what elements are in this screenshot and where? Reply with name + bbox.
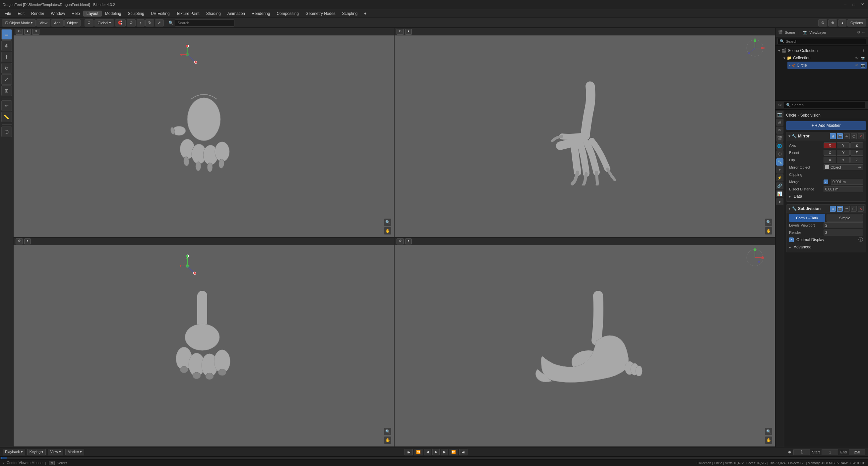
mirror-axis-z[interactable]: Z (850, 142, 863, 148)
zoom-icon-bl[interactable]: 🔍 (384, 428, 391, 435)
subdiv-cage-icon[interactable]: ⬡ (851, 206, 857, 212)
mirror-cage-icon[interactable]: ⬡ (851, 133, 857, 139)
prop-tab-constraints[interactable]: 🔗 (776, 182, 783, 190)
menu-file[interactable]: File (1, 10, 14, 16)
properties-search[interactable] (792, 103, 863, 107)
menu-edit[interactable]: Edit (14, 10, 28, 16)
mirror-object-value[interactable]: Object ✏ (824, 164, 863, 170)
viewport-shading-br[interactable]: ● (405, 238, 412, 244)
mirror-bisect-dist-value[interactable]: 0.001 m (824, 186, 863, 192)
prop-tab-material[interactable]: ● (776, 198, 783, 205)
maximize-button[interactable]: □ (851, 2, 857, 8)
gizmo-toggle[interactable]: ⊕ (828, 19, 837, 27)
prev-frame-btn[interactable]: ◀ (424, 449, 431, 456)
mirror-modifier-header[interactable]: ▾ 🔧 Mirror 🖥 🎬 ✏ ⬡ ✕ (786, 132, 866, 140)
menu-layout[interactable]: Layout (83, 10, 102, 16)
prop-tab-modifier[interactable]: 🔧 (776, 158, 783, 166)
mirror-axis-x[interactable]: X (824, 142, 836, 148)
menu-compositing[interactable]: Compositing (273, 10, 302, 16)
annotate-tool[interactable]: ✏ (1, 100, 12, 111)
menu-sculpting[interactable]: Sculpting (125, 10, 148, 16)
viewport-shading-bl[interactable]: ● (24, 238, 31, 244)
menu-add-workspace[interactable]: + (361, 10, 370, 16)
add-menu[interactable]: Add (51, 19, 64, 27)
viewport-top-right[interactable]: ⊙ ● X Y (394, 28, 775, 237)
viewport-bottom-left[interactable]: ⊙ ● (13, 237, 394, 447)
mirror-close-icon[interactable]: ✕ (858, 133, 864, 139)
keying-menu[interactable]: Keying ▾ (27, 449, 46, 456)
object-menu[interactable]: Object (64, 19, 81, 27)
add-cube-tool[interactable]: ⬡ (1, 127, 12, 137)
zoom-icon-tr[interactable]: 🔍 (765, 219, 772, 226)
menu-modeling[interactable]: Modeling (102, 10, 125, 16)
viewport-camera-tr[interactable]: ⊙ (397, 29, 404, 35)
menu-window[interactable]: Window (48, 10, 68, 16)
outliner-circle[interactable]: ▸ ⊙ Circle 👁 📷 (787, 62, 867, 69)
subdiv-optimal-info[interactable]: ⓘ (858, 237, 863, 243)
mirror-object-edit-icon[interactable]: ✏ (858, 165, 861, 170)
menu-render[interactable]: Render (28, 10, 48, 16)
prop-tab-world[interactable]: 🌐 (776, 142, 783, 150)
jump-end-btn[interactable]: ⏭ (459, 449, 467, 456)
overlay-toggle[interactable]: ⊙ (818, 19, 827, 27)
prop-tab-view[interactable]: 👁 (776, 127, 783, 134)
subdiv-close-icon[interactable]: ✕ (858, 206, 864, 212)
mirror-flip-x[interactable]: X (824, 157, 836, 163)
jump-start-btn[interactable]: ⏮ (404, 449, 413, 456)
view-menu-tl[interactable]: View ▾ (48, 449, 63, 456)
outliner-search[interactable] (786, 39, 864, 43)
prop-tab-output[interactable]: 🖨 (776, 119, 783, 126)
view-menu[interactable]: View (36, 19, 51, 27)
playback-menu[interactable]: Playback ▾ (3, 449, 25, 456)
prop-tab-physics[interactable]: ⚡ (776, 174, 783, 181)
snap-toggle[interactable]: 🧲 (115, 19, 126, 27)
end-frame-input[interactable]: 250 (849, 449, 865, 455)
viewport-camera-bl[interactable]: ⊙ (16, 238, 23, 244)
viewport-camera-tl[interactable]: ⊙ (16, 29, 23, 35)
mirror-bisect-z[interactable]: Z (850, 150, 863, 156)
marker-menu[interactable]: Marker ▾ (65, 449, 84, 456)
select-tool[interactable]: ▭ (1, 29, 12, 40)
viewport-shading[interactable]: ● (838, 19, 846, 27)
scene-collection-eye[interactable]: 👁 (862, 49, 865, 53)
mirror-realtime-icon[interactable]: 🖥 (830, 133, 836, 139)
mirror-data-row[interactable]: ▸ Data (786, 193, 866, 200)
viewport-top-left[interactable]: ⊙ ● ⊕ (13, 28, 394, 237)
outliner-collection[interactable]: ▾ 📁 Collection 👁 📷 (782, 54, 867, 62)
hand-icon-tr[interactable]: ✋ (765, 227, 772, 234)
hand-icon-bl[interactable]: ✋ (384, 436, 391, 444)
circle-eye[interactable]: 👁 (855, 63, 859, 67)
close-button[interactable]: ✕ (859, 2, 865, 8)
menu-shading[interactable]: Shading (203, 10, 224, 16)
next-keyframe-btn[interactable]: ⏩ (449, 449, 458, 456)
collection-eye[interactable]: 👁 (855, 56, 859, 60)
viewport-camera-br[interactable]: ⊙ (397, 238, 404, 244)
hand-icon-br[interactable]: ✋ (765, 436, 772, 444)
prev-keyframe-btn[interactable]: ⏪ (414, 449, 423, 456)
rotate-tool[interactable]: ↻ (1, 63, 12, 73)
prop-tab-scene[interactable]: 🎬 (776, 134, 783, 142)
sync-icon[interactable]: ↔ (862, 30, 865, 34)
viewport-bottom-right[interactable]: ⊙ ● (394, 237, 775, 447)
mirror-flip-y[interactable]: Y (837, 157, 849, 163)
search-input[interactable] (175, 19, 235, 27)
prop-tab-data[interactable]: 📊 (776, 190, 783, 197)
mirror-merge-value[interactable]: 0.001 m (831, 179, 863, 185)
move-tool[interactable]: ↑ (136, 19, 145, 27)
measure-tool[interactable]: 📏 (1, 111, 12, 122)
rotate-tool[interactable]: ↻ (145, 19, 154, 27)
catmull-clark-button[interactable]: Catmull-Clark (789, 214, 825, 222)
viewport-shading-tl[interactable]: ● (24, 29, 31, 35)
minimize-button[interactable]: ─ (842, 2, 848, 8)
mirror-render-icon[interactable]: 🎬 (837, 133, 843, 139)
filter-icon[interactable]: ⚙ (857, 30, 860, 34)
menu-uv-editing[interactable]: UV Editing (148, 10, 173, 16)
start-frame-input[interactable]: 1 (822, 449, 838, 455)
prop-tab-render[interactable]: 📷 (776, 111, 783, 118)
mirror-bisect-y[interactable]: Y (837, 150, 849, 156)
mirror-flip-z[interactable]: Z (850, 157, 863, 163)
viewport-shading-tr[interactable]: ● (405, 29, 412, 35)
options-btn[interactable]: Options (847, 19, 866, 27)
subdiv-edit-icon[interactable]: ✏ (844, 206, 850, 212)
subdiv-render-value[interactable]: 2 (824, 230, 863, 235)
